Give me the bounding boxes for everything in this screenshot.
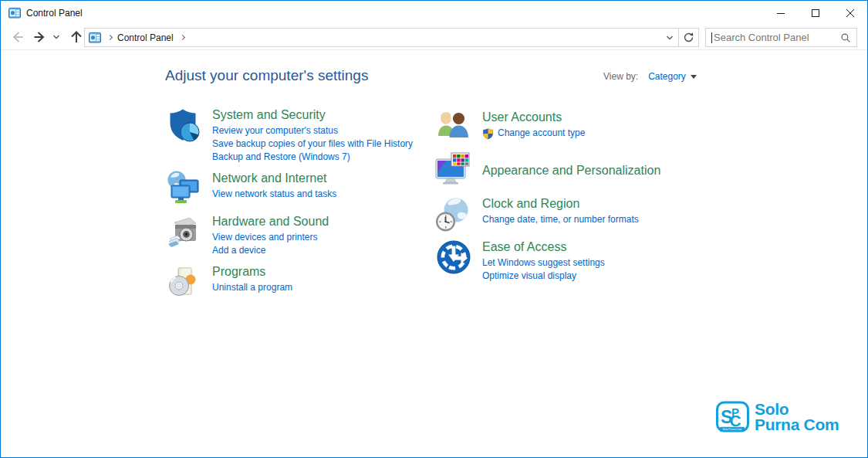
watermark-text: Solo Purna Com [755,401,839,436]
logo-banner-text: Solo Purna Com [723,428,742,431]
uac-shield-icon [482,127,494,140]
window-controls [763,1,867,25]
link-backup-restore[interactable]: Backup and Restore (Windows 7) [212,151,431,164]
globe-clock-icon[interactable] [435,195,472,232]
page-title: Adjust your computer's settings [165,67,368,84]
category-clock-and-region: Clock and Region Change date, time, or n… [435,195,713,232]
title-bar[interactable]: Control Panel [1,1,867,25]
view-by-dropdown-caret-icon[interactable] [691,75,697,79]
text-caret [711,32,712,43]
minimize-button[interactable] [763,1,798,25]
monogram-c: C [730,412,741,429]
link-review-computer-status[interactable]: Review your computer's status [212,124,431,137]
window-title: Control Panel [26,8,83,19]
recent-pages-chevron-icon [52,34,60,40]
category-body: Network and Internet View network status… [212,170,431,207]
address-bar[interactable]: Control Panel [84,28,699,47]
category-title-ease-of-access[interactable]: Ease of Access [482,239,713,255]
link-change-account-type[interactable]: Change account type [498,127,585,140]
category-title-programs[interactable]: Programs [212,263,431,280]
minimize-icon [777,9,785,17]
printer-icon[interactable] [165,213,202,250]
category-system-and-security: System and Security Review your computer… [165,107,431,164]
watermark-line1: Solo [755,402,839,417]
watermark-line2: Purna Com [755,417,839,433]
monitor-palette-icon[interactable] [435,152,472,189]
category-title-network-and-internet[interactable]: Network and Internet [212,170,431,186]
link-change-date-time-formats[interactable]: Change date, time, or number formats [482,213,713,226]
link-row: Change account type [482,127,713,140]
category-body: Appearance and Personalization [482,152,713,189]
link-optimize-visual-display[interactable]: Optimize visual display [482,270,713,283]
view-by-label: View by: [603,71,638,82]
breadcrumb-control-panel[interactable]: Control Panel [117,32,174,43]
software-box-cd-icon[interactable] [165,263,202,300]
maximize-icon [812,9,819,17]
refresh-button[interactable] [679,29,698,46]
category-title-system-and-security[interactable]: System and Security [212,107,431,123]
breadcrumb-chevron-icon[interactable] [107,35,113,40]
up-arrow-icon [68,29,85,46]
forward-arrow-icon [31,29,48,46]
back-button[interactable] [7,26,29,48]
control-panel-window: { "window": { "title": "Control Panel" }… [0,0,868,458]
category-ease-of-access: Ease of Access Let Windows suggest setti… [435,239,713,283]
breadcrumb-chevron-icon[interactable] [180,35,185,40]
category-body: Programs Uninstall a program [212,263,431,300]
category-title-user-accounts[interactable]: User Accounts [482,109,713,125]
navigation-bar: Control Panel Search Control Panel [1,25,867,50]
back-arrow-icon [9,29,26,46]
category-body: User Accounts Change account type [482,109,713,146]
category-network-and-internet: Network and Internet View network status… [165,170,431,207]
search-icon[interactable] [840,32,851,43]
category-column-right: User Accounts Change account type [435,109,713,289]
category-title-appearance-personalization[interactable]: Appearance and Personalization [482,162,660,178]
shield-pie-icon[interactable] [165,107,202,144]
category-user-accounts: User Accounts Change account type [435,109,713,146]
view-by-control: View by: Category [603,71,697,82]
view-by-value[interactable]: Category [648,71,686,82]
address-dropdown-button[interactable] [661,29,678,46]
close-icon [846,9,854,17]
category-hardware-and-sound: Hardware and Sound View devices and prin… [165,213,431,257]
link-add-a-device[interactable]: Add a device [212,244,431,257]
forward-button[interactable] [29,26,50,48]
solo-purna-com-watermark: S P C Solo Purna Com Solo Purna Com [715,401,839,436]
control-panel-icon [89,32,101,44]
link-view-network-status[interactable]: View network status and tasks [212,188,431,201]
category-body: Ease of Access Let Windows suggest setti… [482,239,713,283]
search-input[interactable]: Search Control Panel [714,32,840,43]
two-users-icon[interactable] [435,109,472,146]
category-body: Hardware and Sound View devices and prin… [212,213,431,257]
search-box[interactable]: Search Control Panel [705,28,857,47]
category-appearance-personalization: Appearance and Personalization [435,152,713,189]
link-view-devices-printers[interactable]: View devices and printers [212,231,431,244]
ease-of-access-icon[interactable] [435,239,472,276]
category-programs: Programs Uninstall a program [165,263,431,300]
close-button[interactable] [833,1,867,25]
maximize-button[interactable] [798,1,833,25]
category-title-hardware-and-sound[interactable]: Hardware and Sound [212,213,431,229]
link-file-history[interactable]: Save backup copies of your files with Fi… [212,137,431,151]
control-panel-icon [8,7,21,19]
category-body: Clock and Region Change date, time, or n… [482,195,713,232]
category-column-left: System and Security Review your computer… [165,107,431,307]
link-let-windows-suggest-settings[interactable]: Let Windows suggest settings [482,256,713,270]
solo-purna-com-logo-icon: S P C Solo Purna Com [715,401,751,436]
globe-monitors-icon[interactable] [165,170,202,207]
address-dropdown-chevron-icon [666,35,674,41]
category-title-clock-and-region[interactable]: Clock and Region [482,195,713,212]
category-body: System and Security Review your computer… [212,107,431,164]
recent-pages-button[interactable] [50,26,62,48]
refresh-icon [683,32,694,43]
link-uninstall-a-program[interactable]: Uninstall a program [212,281,431,294]
